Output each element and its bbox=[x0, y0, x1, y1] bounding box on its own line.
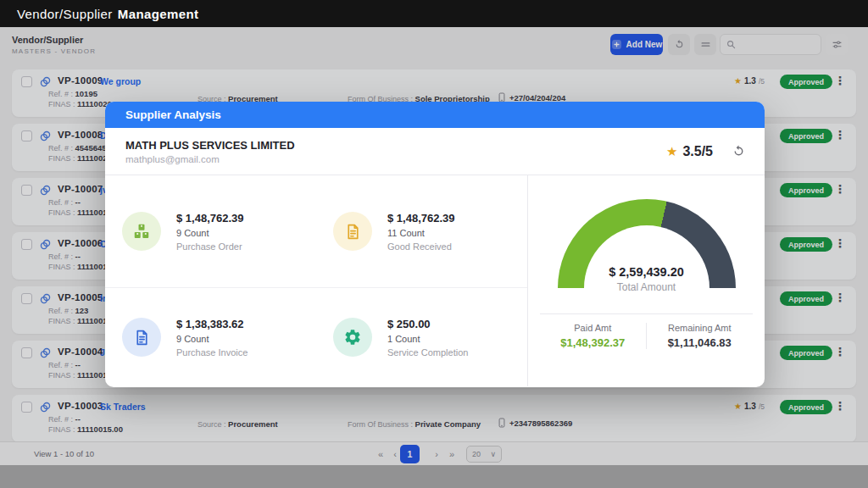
supplier-email: mathplus@gmail.com bbox=[125, 154, 295, 164]
service-completion-card: $ 250.00 1 Count Service Completion bbox=[316, 288, 527, 386]
payment-gauge-panel: $ 2,59,439.20 Total Amount Paid Amt $1,4… bbox=[527, 175, 765, 386]
card-count: 9 Count bbox=[176, 228, 244, 238]
card-count: 9 Count bbox=[176, 334, 248, 344]
app-title-bar: Vendor/Supplier Management bbox=[0, 0, 868, 27]
gear-icon bbox=[333, 318, 372, 357]
modal-body: $ 1,48,762.39 9 Count Purchase Order $ 1… bbox=[105, 175, 765, 386]
modal-title: Supplier Analysis bbox=[125, 108, 221, 121]
card-amount: $ 1,48,762.39 bbox=[387, 212, 455, 225]
paid-remaining-row: Paid Amt $1,48,392.37 Remaining Amt $1,1… bbox=[540, 313, 753, 349]
total-amount-label: Total Amount bbox=[558, 281, 736, 293]
boxes-icon bbox=[122, 212, 161, 251]
app-title-bold: Management bbox=[118, 7, 199, 21]
invoice-icon bbox=[122, 318, 161, 357]
paid-amount: Paid Amt $1,48,392.37 bbox=[540, 323, 647, 349]
supplier-name: MATH PLUS SERVICES LIMITED bbox=[125, 139, 295, 152]
card-label: Purchase Invoice bbox=[176, 347, 248, 358]
supplier-analysis-modal: Supplier Analysis MATH PLUS SERVICES LIM… bbox=[105, 102, 765, 387]
card-label: Service Completion bbox=[387, 347, 468, 358]
purchase-invoice-card: $ 1,38,383.62 9 Count Purchase Invoice bbox=[105, 288, 316, 386]
good-received-card: $ 1,48,762.39 11 Count Good Received bbox=[316, 175, 527, 288]
modal-header: Supplier Analysis bbox=[105, 102, 765, 128]
card-amount: $ 1,38,383.62 bbox=[176, 318, 248, 330]
screen: Vendor/Supplier Management Vendor/Suppli… bbox=[0, 0, 868, 488]
supplier-summary: MATH PLUS SERVICES LIMITED mathplus@gmai… bbox=[105, 128, 765, 175]
metric-cards: $ 1,48,762.39 9 Count Purchase Order $ 1… bbox=[105, 175, 527, 386]
payment-gauge: $ 2,59,439.20 Total Amount bbox=[558, 199, 736, 288]
modal-refresh-icon[interactable] bbox=[732, 144, 746, 158]
card-label: Good Received bbox=[387, 241, 455, 252]
app-title: Vendor/Supplier bbox=[17, 7, 113, 21]
card-amount: $ 1,48,762.39 bbox=[176, 212, 244, 225]
card-count: 1 Count bbox=[387, 334, 468, 344]
supplier-rating: ★ 3.5/5 bbox=[666, 144, 713, 159]
card-amount: $ 250.00 bbox=[387, 318, 468, 330]
document-icon bbox=[333, 212, 372, 251]
total-amount-value: $ 2,59,439.20 bbox=[558, 265, 736, 279]
star-icon: ★ bbox=[666, 144, 677, 159]
card-count: 11 Count bbox=[387, 228, 455, 238]
card-label: Purchase Order bbox=[176, 241, 244, 252]
purchase-order-card: $ 1,48,762.39 9 Count Purchase Order bbox=[105, 175, 316, 288]
remaining-amount: Remaining Amt $1,11,046.83 bbox=[647, 323, 754, 349]
